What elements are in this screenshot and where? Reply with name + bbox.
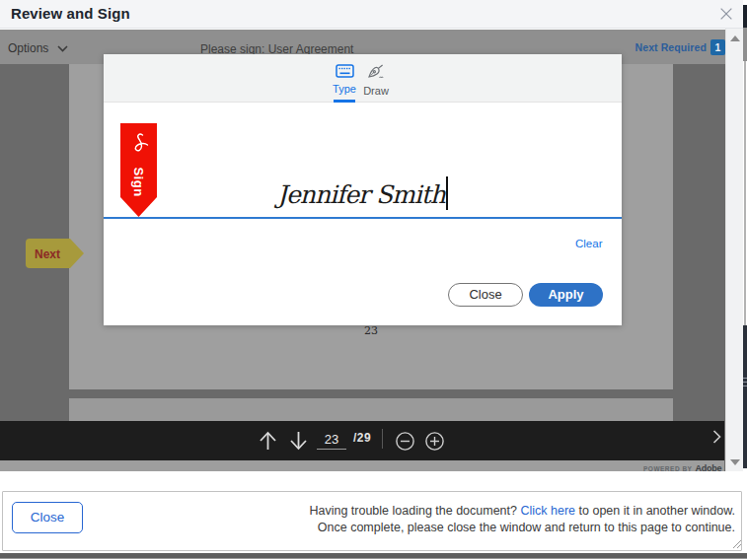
typed-signature-text: Jennifer Smith bbox=[277, 180, 445, 209]
text-caret bbox=[446, 176, 448, 210]
signature-tabs: Type Draw bbox=[104, 54, 622, 103]
options-menu-button[interactable]: Options bbox=[8, 41, 68, 57]
next-required-count-badge: 1 bbox=[710, 39, 725, 55]
sliver-toolbar bbox=[743, 28, 747, 61]
grip-line bbox=[743, 378, 747, 379]
click-here-link[interactable]: Click here bbox=[520, 504, 575, 518]
tab-draw-label: Draw bbox=[358, 85, 394, 97]
review-and-sign-window: Review and Sign Options Please sign: Use… bbox=[0, 0, 747, 560]
viewer-scrollbar[interactable] bbox=[725, 29, 743, 471]
tab-type-label: Type bbox=[327, 83, 362, 95]
resize-grip-icon[interactable] bbox=[731, 538, 742, 549]
grip-line bbox=[743, 385, 747, 386]
next-field-arrow-label: Next bbox=[35, 247, 60, 261]
zoom-in-button[interactable] bbox=[425, 432, 444, 451]
footer-message-line2: Once complete, please close the window a… bbox=[0, 520, 735, 536]
chevron-down-icon bbox=[57, 45, 68, 52]
powered-by-label: POWERED BY bbox=[643, 465, 692, 471]
scrollbar-up-arrow-icon[interactable] bbox=[730, 35, 740, 41]
dialog-close-button[interactable]: Close bbox=[448, 283, 523, 307]
next-required-label[interactable]: Next Required bbox=[635, 41, 707, 53]
footer-message-line1-after: to open it in another window. bbox=[579, 504, 735, 518]
clear-signature-link[interactable]: Clear bbox=[575, 238, 602, 249]
background-window-sliver bbox=[743, 0, 747, 560]
tab-draw[interactable]: Draw bbox=[358, 54, 394, 103]
modal-title: Review and Sign bbox=[11, 5, 130, 22]
modal-header: Review and Sign bbox=[0, 0, 743, 29]
grip-line bbox=[743, 382, 747, 383]
close-icon[interactable] bbox=[719, 7, 733, 21]
pen-icon bbox=[366, 64, 387, 80]
signature-dialog: Type Draw bbox=[104, 54, 622, 325]
page-number-text: 23 bbox=[364, 324, 378, 337]
signature-baseline bbox=[104, 217, 622, 219]
options-label: Options bbox=[8, 41, 48, 55]
zoom-out-button[interactable] bbox=[396, 432, 414, 451]
adobe-sign-logo-text: Adobe Sign bbox=[695, 463, 724, 471]
footer-message: Having trouble loading the document? Cli… bbox=[0, 503, 735, 536]
scrollbar-down-arrow-icon[interactable] bbox=[730, 459, 740, 465]
sliver-scroll-track bbox=[744, 61, 746, 325]
sliver-header bbox=[743, 5, 747, 28]
dialog-apply-button[interactable]: Apply bbox=[529, 283, 603, 307]
pdf-toolbar: 23 /29 bbox=[0, 421, 724, 460]
active-tab-underline bbox=[334, 100, 355, 103]
expand-toolbar-chevron-icon[interactable] bbox=[712, 430, 721, 444]
previous-page-button[interactable] bbox=[259, 421, 277, 460]
powered-by-strip: POWERED BYAdobe Sign bbox=[0, 460, 724, 471]
sliver-scroll-thumb bbox=[743, 325, 747, 468]
page-count-label: /29 bbox=[353, 431, 371, 445]
toolbar-divider bbox=[382, 429, 383, 449]
next-page-button[interactable] bbox=[289, 421, 308, 460]
keyboard-icon bbox=[336, 64, 354, 78]
signature-input-area[interactable]: Jennifer Smith bbox=[104, 176, 622, 245]
footer-message-line1-before: Having trouble loading the document? bbox=[309, 504, 517, 518]
tab-type[interactable]: Type bbox=[327, 54, 362, 103]
page-number-input[interactable]: 23 bbox=[317, 429, 346, 450]
window-bottom-edge bbox=[0, 553, 747, 559]
